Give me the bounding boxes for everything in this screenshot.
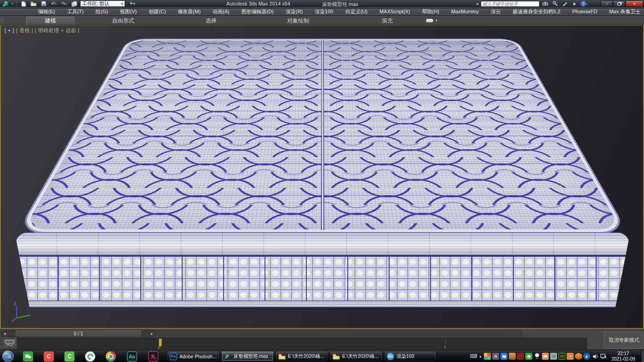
next-frame-arrow-icon[interactable]: ▸ (149, 331, 155, 336)
subscription-button[interactable] (551, 0, 559, 7)
workspace-pin-button[interactable]: ⚑▾ (129, 1, 135, 6)
camtasia-recorder-icon[interactable]: C (44, 351, 54, 362)
open-file-button[interactable] (29, 0, 38, 7)
save-file-button[interactable] (40, 0, 48, 7)
taskbar-clock[interactable]: 22:17 2021-02-09 (607, 351, 639, 362)
time-slider-grip[interactable]: 0 / 1 (16, 330, 141, 336)
system-tray: ⌨ ▲ N e (470, 350, 607, 362)
menu-tools[interactable]: 工具(T) (61, 8, 90, 15)
communication-center-button[interactable] (561, 0, 569, 7)
ribbon-minimize-button[interactable]: ▾ (426, 17, 444, 23)
internet-icon[interactable]: e (583, 353, 590, 360)
taskbar-button-label: E:\天竹2020\格... (342, 353, 379, 360)
qq-icon[interactable] (534, 353, 540, 360)
ribbon-tab-object-paint[interactable]: 对象绘制 (273, 17, 323, 25)
wondershare-icon[interactable]: 丸 (148, 351, 158, 362)
taskbar-button-3dsmax[interactable]: 床垫模型坯.max ... (221, 351, 274, 362)
wechat-bubbles-icon (25, 354, 31, 359)
close-button[interactable]: × (626, 0, 643, 7)
menu-animation[interactable]: 动画(A) (207, 8, 236, 15)
menu-customize[interactable]: 自定义(U) (339, 8, 374, 15)
ime-tool-icon[interactable]: N (492, 353, 499, 360)
viewport-pov-menu[interactable]: [ 透视 ] (16, 28, 33, 33)
menu-edit[interactable]: 编辑(E) (32, 8, 61, 15)
window-tool-icon[interactable] (542, 353, 549, 360)
ribbon-grip[interactable] (1, 17, 3, 23)
ribbon-tab-selection[interactable]: 选择 (197, 17, 225, 25)
quick-access-toolbar: ▾ ↶▾ ↷▾ 工作区: 默认 ▾ ⚑▾ (0, 0, 135, 7)
menu-antivirus[interactable]: Max 杀毒卫士 (603, 8, 644, 15)
minimize-button[interactable]: – (601, 0, 613, 7)
prev-frame-arrow-icon[interactable]: ◂ (1, 331, 8, 336)
menu-help[interactable]: 帮助(H) (416, 8, 445, 15)
search-input[interactable] (481, 1, 540, 7)
redo-button[interactable]: ↷▾ (60, 0, 68, 7)
menu-maxscript[interactable]: MAXScript(X) (374, 9, 416, 14)
wechat-bubble-icon (527, 355, 531, 358)
taskbar-button-photoshop[interactable]: Ps Adobe Photosh... (167, 351, 219, 362)
app-menu-button[interactable]: ▾ (1, 0, 13, 7)
cancel-expert-mode-button[interactable]: 取消专家模式 (604, 332, 644, 349)
camtasia-studio-icon[interactable]: C (64, 351, 75, 362)
help-button[interactable]: ? ▾ (580, 0, 588, 7)
folder-icon (333, 353, 340, 360)
key-icon (552, 1, 558, 6)
browser-360-icon[interactable] (85, 351, 95, 362)
screenshot-icon[interactable] (567, 353, 574, 360)
menu-phoenixfd[interactable]: PhoenixFD (566, 9, 603, 14)
menu-slim-archive[interactable]: 极速瘦身安全归档5.2 (507, 8, 566, 15)
menu-rendering[interactable]: 渲染(R) (280, 8, 309, 15)
wondershare-label: 丸 (151, 353, 156, 360)
menu-views[interactable]: 视图(V) (114, 8, 143, 15)
search-button[interactable] (541, 0, 549, 7)
new-scene-button[interactable] (19, 0, 28, 7)
axis-y-line (17, 315, 30, 318)
menu-modifiers[interactable]: 修改器(M) (172, 8, 207, 15)
ime-keyboard-icon[interactable]: ⌨ (470, 353, 477, 360)
track-bar[interactable]: 0 1 (17, 338, 587, 349)
hidden-icons-arrow-icon[interactable]: ▲ (478, 353, 483, 360)
wechat-taskbar-icon[interactable] (23, 351, 33, 362)
jar-icon[interactable] (509, 353, 516, 360)
start-button[interactable] (2, 351, 14, 362)
mini-curve-editor-button[interactable]: ++ (3, 338, 17, 349)
nvidia-icon[interactable] (558, 353, 565, 360)
menu-renderbus[interactable]: 渲云 (485, 8, 507, 15)
restore-button[interactable] (613, 0, 625, 7)
perspective-viewport[interactable]: [ + ] [ 透视 ] [ 明暗处理 + 边面 ] z (0, 25, 644, 329)
translator-icon[interactable] (484, 353, 491, 360)
reader-icon[interactable] (517, 353, 524, 360)
viewport-general-menu[interactable]: [ + ] (5, 28, 14, 33)
wechat-tray-icon[interactable] (525, 353, 532, 360)
show-desktop-button[interactable] (641, 350, 644, 362)
menu-render100[interactable]: 渲染100 (309, 8, 339, 15)
menu-group[interactable]: 组(G) (90, 8, 114, 15)
workspace-selector[interactable]: 工作区: 默认 ▾ (80, 0, 125, 7)
ribbon-tab-populate[interactable]: 填充 (374, 17, 401, 25)
volume-icon[interactable] (592, 353, 598, 360)
menu-maxmummy[interactable]: MaxMummy (445, 9, 485, 14)
undo-button[interactable]: ↶▾ (50, 0, 58, 7)
tim-icon[interactable] (500, 353, 507, 360)
taskbar-button-render100[interactable]: 100 渲染100 (384, 351, 437, 362)
favorites-button[interactable]: ★ (570, 0, 578, 7)
taskbar-button-folder-2[interactable]: E:\天竹2020\格... (330, 351, 382, 362)
ribbon-tab-freeform[interactable]: 自由形式 (92, 17, 154, 25)
trackbar-tick-1: 1 (444, 345, 446, 349)
viewport-shading-menu[interactable]: [ 明暗处理 + 边面 ] (35, 28, 80, 33)
ribbon-tab-modeling[interactable]: 建模 (26, 17, 75, 25)
network-icon[interactable] (600, 353, 607, 360)
security-icon[interactable] (575, 353, 582, 360)
usb-eject-icon[interactable] (550, 353, 557, 360)
taskbar-button-folder-1[interactable]: E:\天竹2020\格... (276, 351, 328, 362)
chrome-icon[interactable] (106, 351, 116, 362)
mattress-weave-band (16, 256, 629, 301)
ribbon-bar: 建模 自由形式 选择 对象绘制 填充 ▾ (0, 16, 644, 25)
menu-graph-editors[interactable]: 图形编辑器(D) (236, 8, 280, 15)
manage-links-button[interactable] (70, 0, 78, 7)
menu-create[interactable]: 创建(C) (143, 8, 172, 15)
time-slider-track[interactable]: ◂ 0 / 1 ▸ (1, 330, 155, 337)
windows-taskbar: C C Au 丸 Ps Adobe Photosh... 床垫模型坯.max .… (0, 350, 644, 362)
infocenter-collapse-icon[interactable]: ▸ (477, 1, 479, 6)
audition-icon[interactable]: Au (127, 351, 137, 362)
